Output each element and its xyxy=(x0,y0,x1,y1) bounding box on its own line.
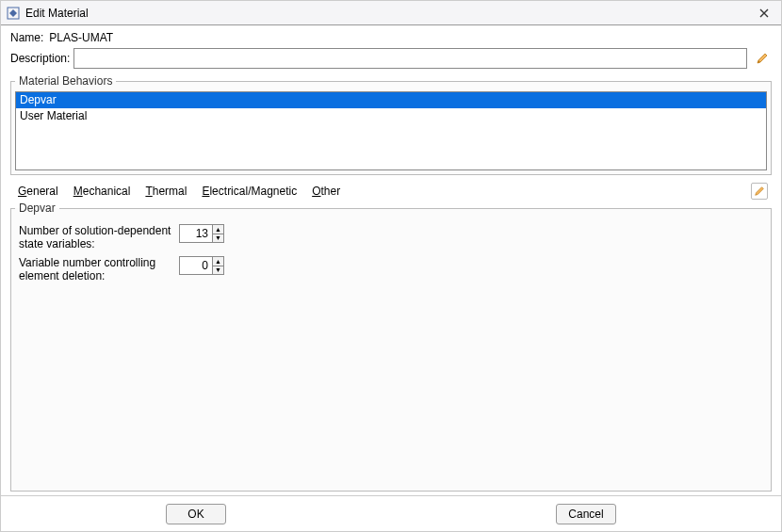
material-behaviors-list[interactable]: Depvar User Material xyxy=(15,91,767,170)
description-input[interactable] xyxy=(73,48,747,69)
cancel-button[interactable]: Cancel xyxy=(556,504,616,524)
num-state-vars-spin-buttons: ▲ ▼ xyxy=(212,225,223,242)
close-button[interactable] xyxy=(753,4,775,23)
title-bar: Edit Material xyxy=(1,1,781,25)
window-title: Edit Material xyxy=(25,7,753,20)
behavior-item-depvar[interactable]: Depvar xyxy=(16,92,766,108)
del-var-down[interactable]: ▼ xyxy=(213,266,223,275)
name-value: PLAS-UMAT xyxy=(49,31,113,44)
num-state-vars-up[interactable]: ▲ xyxy=(213,225,223,234)
description-row: Description: xyxy=(10,48,772,69)
description-label: Description: xyxy=(10,52,70,65)
del-var-up[interactable]: ▲ xyxy=(213,257,223,266)
behavior-item-user-material[interactable]: User Material xyxy=(16,108,766,124)
depvar-body: Number of solution-dependent state varia… xyxy=(15,218,767,294)
name-label: Name: xyxy=(10,31,43,44)
menu-thermal[interactable]: Thermal xyxy=(145,185,187,198)
material-behaviors-group: Material Behaviors Depvar User Material xyxy=(10,74,772,175)
num-state-vars-row: Number of solution-dependent state varia… xyxy=(19,224,763,250)
num-state-vars-input[interactable] xyxy=(180,225,212,242)
del-var-input[interactable] xyxy=(180,257,212,274)
num-state-vars-label: Number of solution-dependent state varia… xyxy=(19,224,179,250)
material-behaviors-legend: Material Behaviors xyxy=(15,74,116,88)
menu-general[interactable]: General xyxy=(18,185,58,198)
del-var-spin-buttons: ▲ ▼ xyxy=(212,257,223,274)
menu-mechanical[interactable]: Mechanical xyxy=(73,185,131,198)
material-editor-settings-button[interactable] xyxy=(751,183,768,200)
depvar-legend: Depvar xyxy=(15,202,59,215)
dialog-footer: OK Cancel xyxy=(1,495,781,531)
num-state-vars-down[interactable]: ▼ xyxy=(213,234,223,243)
menu-electrical-magnetic[interactable]: Electrical/Magnetic xyxy=(202,185,297,198)
behavior-menubar: General Mechanical Thermal Electrical/Ma… xyxy=(10,179,772,202)
name-row: Name: PLAS-UMAT xyxy=(10,31,772,44)
ok-button[interactable]: OK xyxy=(166,504,226,524)
menu-other[interactable]: Other xyxy=(312,185,340,198)
num-state-vars-spinner[interactable]: ▲ ▼ xyxy=(179,224,224,243)
edit-description-button[interactable] xyxy=(753,48,772,69)
del-var-label: Variable number controlling element dele… xyxy=(19,256,179,282)
del-var-spinner[interactable]: ▲ ▼ xyxy=(179,256,224,275)
depvar-group: Depvar Number of solution-dependent stat… xyxy=(10,202,772,492)
edit-material-dialog: Edit Material Name: PLAS-UMAT Descriptio… xyxy=(0,0,782,532)
del-var-row: Variable number controlling element dele… xyxy=(19,256,763,282)
dialog-content: Name: PLAS-UMAT Description: Material Be… xyxy=(1,25,781,495)
app-icon xyxy=(7,7,20,20)
